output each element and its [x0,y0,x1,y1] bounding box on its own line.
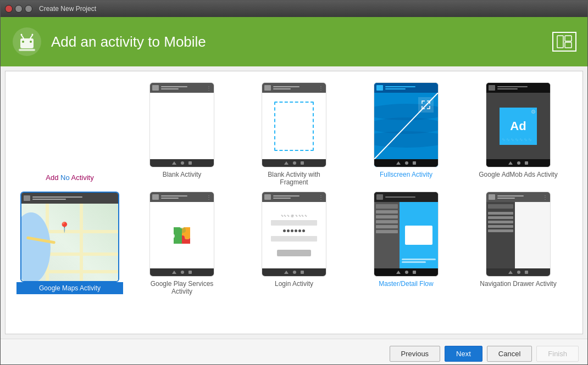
activity-item-fullscreen[interactable]: Fullscreen Activity [353,82,459,186]
svg-point-5 [21,34,23,36]
navdrawer-label: Navigation Drawer Activity [480,280,556,288]
finish-button[interactable]: Finish [536,346,579,362]
close-button[interactable] [5,5,13,13]
maps-label: Google Maps Activity [16,282,123,294]
play-services-thumb: ⋮ [149,192,214,277]
admob-activity-thumb: Ad ⚙ ∿∿∿∿∿∿∿ [486,82,551,167]
masterdetail-label: Master/Detail Flow [379,280,433,288]
svg-rect-10 [565,36,572,41]
svg-rect-11 [565,42,572,48]
svg-point-14 [180,224,184,228]
svg-point-13 [170,234,175,238]
blank-fragment-label: Blank Activity with Fragment [253,171,335,186]
minimize-button[interactable] [15,5,23,13]
admob-label: Google AdMob Ads Activity [479,171,557,178]
header-bar: Add an activity to Mobile [1,17,587,66]
fullscreen-activity-thumb [374,82,439,167]
svg-point-3 [30,41,32,43]
add-no-activity-label: Add No Activity [46,173,93,182]
login-activity-thumb: ⋮ ∿∿∿ @ ∿∿∿∿ [262,192,326,277]
cancel-button[interactable]: Cancel [487,346,532,362]
svg-rect-8 [19,49,35,51]
login-label: Login Activity [275,280,313,288]
activity-item-play[interactable]: ⋮ [129,192,235,295]
svg-rect-9 [557,36,563,48]
masterdetail-thumb [374,192,439,277]
android-studio-icon [12,26,42,57]
next-button[interactable]: Next [445,346,482,362]
previous-button[interactable]: Previous [390,346,441,362]
activity-item-maps[interactable]: 📍 Google Maps Activity [16,192,123,295]
activities-container: Add No Activity ⋮ Blank Activity [5,71,583,334]
svg-point-2 [22,41,24,43]
play-services-label: Google Play Services Activity [141,280,223,295]
title-bar: Create New Project [1,1,587,17]
activity-item-masterdetail[interactable]: Master/Detail Flow [353,192,459,295]
activity-item-blank-fragment[interactable]: ⋮ Blank Activity with Fragment [241,82,347,186]
window-controls[interactable] [5,5,32,13]
svg-rect-1 [20,38,34,48]
window-title: Create New Project [39,5,96,13]
maps-activity-thumb: 📍 [20,192,119,282]
activity-item-add-no-activity[interactable]: Add No Activity [16,82,123,186]
activity-item-admob[interactable]: Ad ⚙ ∿∿∿∿∿∿∿ Google AdMob Ads Activity [465,82,572,186]
activity-item-blank[interactable]: ⋮ Blank Activity [129,82,235,186]
blank-activity-label: Blank Activity [163,171,202,178]
navdrawer-activity-thumb: ⋮ [486,192,551,277]
activities-grid: Add No Activity ⋮ Blank Activity [16,82,572,295]
layout-toggle-icon[interactable] [552,32,576,52]
header-title: Add an activity to Mobile [51,33,206,50]
activity-item-navdrawer[interactable]: ⋮ [465,192,572,295]
fullscreen-label: Fullscreen Activity [380,171,432,178]
blank-activity-thumb: ⋮ [149,82,214,167]
blank-fragment-thumb: ⋮ [262,82,326,167]
maximize-button[interactable] [25,5,32,13]
svg-point-7 [32,34,34,36]
activity-item-login[interactable]: ⋮ ∿∿∿ @ ∿∿∿∿ [241,192,347,295]
bottom-bar: Previous Next Cancel Finish [1,339,587,365]
